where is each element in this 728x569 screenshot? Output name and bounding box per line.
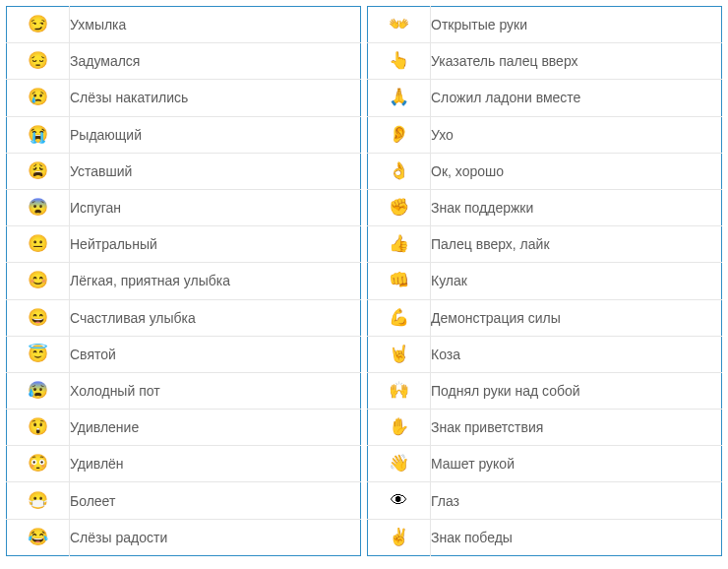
emoji-cell: 😳 xyxy=(7,446,70,482)
emoji-label: Знак поддержки xyxy=(431,189,722,225)
emoji-label: Лёгкая, приятная улыбка xyxy=(70,263,361,299)
emoji-label: Святой xyxy=(70,336,361,372)
table-row: 🙌Поднял руки над собой xyxy=(368,372,722,409)
emoji-label: Коза xyxy=(431,336,722,372)
emoji-icon: 😲 xyxy=(28,418,48,435)
emoji-cell: 🙏 xyxy=(368,80,431,116)
table-row: 👆Указатель палец вверх xyxy=(368,43,722,80)
emoji-cell: ✋ xyxy=(368,410,431,446)
table-row: 👐Открытые руки xyxy=(368,7,722,43)
emoji-icon: 😄 xyxy=(28,309,48,326)
tables-container: 😏Ухмылка😔Задумался😢Слёзы накатились😭Рыда… xyxy=(6,6,722,556)
emoji-cell: 😰 xyxy=(7,372,70,409)
emoji-cell: 😄 xyxy=(7,299,70,336)
emoji-label: Задумался xyxy=(70,43,361,80)
emoji-icon: 😏 xyxy=(28,16,48,32)
emoji-cell: 😐 xyxy=(7,226,70,263)
table-row: 😐Нейтральный xyxy=(7,226,361,263)
emoji-cell: 😷 xyxy=(7,482,70,519)
table-row: ✊Знак поддержки xyxy=(368,189,722,225)
emoji-icon: 🙌 xyxy=(389,382,409,399)
emoji-label: Холодный пот xyxy=(70,372,361,409)
emoji-cell: 👊 xyxy=(368,263,431,299)
table-row: 👌Ок, хорошо xyxy=(368,153,722,189)
emoji-cell: 😲 xyxy=(7,410,70,446)
emoji-icon: 😔 xyxy=(28,52,48,69)
table-row: 😄Счастливая улыбка xyxy=(7,299,361,336)
emoji-icon: 😷 xyxy=(28,492,48,509)
emoji-icon: 👐 xyxy=(389,16,409,32)
emoji-icon: 😐 xyxy=(28,235,48,252)
emoji-icon: 😩 xyxy=(28,162,48,179)
emoji-cell: 😊 xyxy=(7,263,70,299)
emoji-label: Палец вверх, лайк xyxy=(431,226,722,263)
emoji-icon: 😭 xyxy=(28,126,48,143)
emoji-icon: 💪 xyxy=(389,309,409,326)
emoji-label: Счастливая улыбка xyxy=(70,299,361,336)
emoji-cell: 😔 xyxy=(7,43,70,80)
emoji-icon: 🙏 xyxy=(389,89,409,105)
emoji-cell: ✌ xyxy=(368,519,431,555)
table-row: 😷Болеет xyxy=(7,482,361,519)
table-row: ✌Знак победы xyxy=(368,519,722,555)
emoji-cell: ✊ xyxy=(368,189,431,225)
emoji-icon: 😇 xyxy=(28,346,48,362)
emoji-cell: 💪 xyxy=(368,299,431,336)
emoji-icon: 😰 xyxy=(28,382,48,399)
emoji-label: Болеет xyxy=(70,482,361,519)
emoji-label: Ок, хорошо xyxy=(431,153,722,189)
emoji-icon: 👍 xyxy=(389,235,409,252)
emoji-icon: 👂 xyxy=(389,126,409,143)
emoji-cell: 👋 xyxy=(368,446,431,482)
table-row: 👍Палец вверх, лайк xyxy=(368,226,722,263)
emoji-cell: 👌 xyxy=(368,153,431,189)
emoji-label: Удивлён xyxy=(70,446,361,482)
emoji-label: Ухо xyxy=(431,116,722,153)
table-row: 😲Удивление xyxy=(7,410,361,446)
emoji-cell: 👂 xyxy=(368,116,431,153)
emoji-label: Сложил ладони вместе xyxy=(431,80,722,116)
emoji-label: Уставший xyxy=(70,153,361,189)
table-row: 😩Уставший xyxy=(7,153,361,189)
emoji-label: Демонстрация силы xyxy=(431,299,722,336)
table-row: 😰Холодный пот xyxy=(7,372,361,409)
emoji-icon: 👁 xyxy=(391,492,407,509)
emoji-icon: 👌 xyxy=(389,162,409,179)
emoji-label: Указатель палец вверх xyxy=(431,43,722,80)
table-row: 🤘Коза xyxy=(368,336,722,372)
emoji-icon: 😂 xyxy=(28,529,48,545)
emoji-label: Знак приветствия xyxy=(431,410,722,446)
emoji-icon: 😨 xyxy=(28,199,48,216)
table-row: 😇Святой xyxy=(7,336,361,372)
table-row: 😭Рыдающий xyxy=(7,116,361,153)
emoji-icon: ✊ xyxy=(389,199,409,216)
emoji-cell: 👍 xyxy=(368,226,431,263)
emoji-cell: 🤘 xyxy=(368,336,431,372)
table-row: 👊Кулак xyxy=(368,263,722,299)
emoji-cell: 🙌 xyxy=(368,372,431,409)
emoji-cell: 😢 xyxy=(7,80,70,116)
emoji-icon: 👊 xyxy=(389,272,409,288)
table-row: ✋Знак приветствия xyxy=(368,410,722,446)
table-row: 😏Ухмылка xyxy=(7,7,361,43)
table-row: 😊Лёгкая, приятная улыбка xyxy=(7,263,361,299)
emoji-label: Кулак xyxy=(431,263,722,299)
emoji-label: Открытые руки xyxy=(431,7,722,43)
emoji-label: Слёзы накатились xyxy=(70,80,361,116)
emoji-cell: 👐 xyxy=(368,7,431,43)
table-row: 👁Глаз xyxy=(368,482,722,519)
emoji-icon: ✌ xyxy=(389,529,409,545)
emoji-cell: 😏 xyxy=(7,7,70,43)
emoji-cell: 😇 xyxy=(7,336,70,372)
emoji-cell: 😩 xyxy=(7,153,70,189)
emoji-label: Удивление xyxy=(70,410,361,446)
emoji-label: Поднял руки над собой xyxy=(431,372,722,409)
table-row: 😨Испуган xyxy=(7,189,361,225)
emoji-label: Глаз xyxy=(431,482,722,519)
table-row: 😂Слёзы радости xyxy=(7,519,361,555)
table-row: 👋Машет рукой xyxy=(368,446,722,482)
emoji-icon: 🤘 xyxy=(389,346,409,362)
emoji-icon: 👆 xyxy=(389,52,409,69)
emoji-icon: 😊 xyxy=(28,272,48,288)
emoji-table-right: 👐Открытые руки👆Указатель палец вверх🙏Сло… xyxy=(367,6,722,556)
